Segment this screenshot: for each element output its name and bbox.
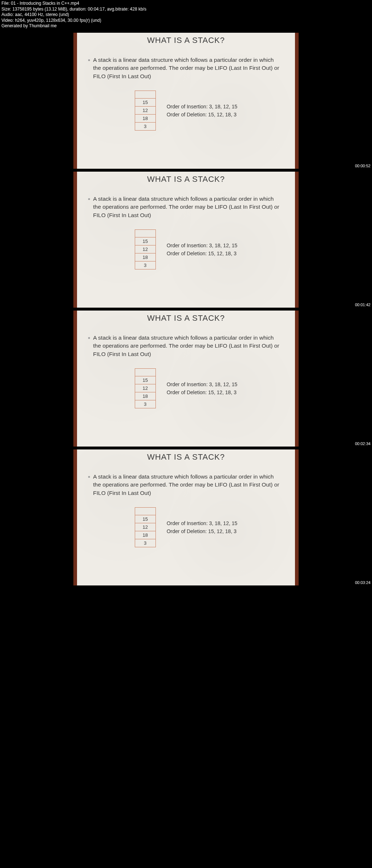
stack-diagram: .1512183Order of Insertion: 3, 18, 12, 1… [77, 91, 295, 131]
deletion-order: Order of Deletion: 15, 12, 18, 3 [167, 112, 238, 117]
stack-diagram: .1512183Order of Insertion: 3, 18, 12, 1… [77, 229, 295, 269]
bullet-text: A stack is a linear data structure which… [93, 195, 283, 219]
slide-title: WHAT IS A STACK? [77, 175, 295, 184]
insertion-order: Order of Insertion: 3, 18, 12, 15 [167, 104, 238, 109]
stack-cell: 18 [135, 392, 155, 400]
bullet-text: A stack is a linear data structure which… [93, 334, 283, 358]
order-labels: Order of Insertion: 3, 18, 12, 15Order o… [167, 101, 238, 120]
meta-size: Size: 13758195 bytes (13.12 MiB), durati… [1, 7, 371, 12]
slide: WHAT IS A STACK?•A stack is a linear dat… [73, 172, 299, 308]
insertion-order: Order of Insertion: 3, 18, 12, 15 [167, 243, 238, 248]
stack-cell: 3 [135, 539, 155, 547]
stack-cell: 3 [135, 123, 155, 131]
stack-cell: . [135, 368, 155, 376]
thumbnail-timestamp: 00:02:34 [355, 441, 371, 446]
stack-cell: . [135, 229, 155, 237]
stack-cell: . [135, 91, 155, 99]
stack-cell: 12 [135, 384, 155, 392]
stack-diagram: .1512183Order of Insertion: 3, 18, 12, 1… [77, 507, 295, 547]
bullet-dot-icon: • [88, 56, 90, 65]
stack-cell: 3 [135, 261, 155, 269]
slide: WHAT IS A STACK?•A stack is a linear dat… [73, 449, 299, 585]
stack-cell: 15 [135, 376, 155, 384]
bullet-row: •A stack is a linear data structure whic… [77, 184, 295, 219]
thumbnail-row: WHAT IS A STACK?•A stack is a linear dat… [0, 172, 372, 308]
stack-box: .1512183 [135, 507, 156, 547]
slide: WHAT IS A STACK?•A stack is a linear dat… [73, 33, 299, 169]
meta-file: File: 01 - Introducing Stacks in C++.mp4 [1, 1, 371, 7]
stack-box: .1512183 [135, 229, 156, 269]
bullet-row: •A stack is a linear data structure whic… [77, 45, 295, 80]
thumbnail-timestamp: 00:03:24 [355, 580, 371, 585]
bullet-dot-icon: • [88, 473, 90, 482]
meta-generated: Generated by Thumbnail me [1, 23, 371, 29]
stack-box: .1512183 [135, 368, 156, 408]
stack-cell: 18 [135, 115, 155, 123]
thumbnail-timestamp: 00:00:52 [355, 164, 371, 168]
stack-cell: 18 [135, 531, 155, 539]
bullet-dot-icon: • [88, 334, 90, 343]
order-labels: Order of Insertion: 3, 18, 12, 15Order o… [167, 240, 238, 259]
order-labels: Order of Insertion: 3, 18, 12, 15Order o… [167, 518, 238, 536]
thumbnail-timestamp: 00:01:42 [355, 303, 371, 307]
bullet-text: A stack is a linear data structure which… [93, 473, 283, 497]
stack-cell: 3 [135, 400, 155, 408]
bullet-row: •A stack is a linear data structure whic… [77, 323, 295, 358]
stack-cell: 12 [135, 523, 155, 531]
insertion-order: Order of Insertion: 3, 18, 12, 15 [167, 520, 238, 526]
stack-diagram: .1512183Order of Insertion: 3, 18, 12, 1… [77, 368, 295, 408]
bullet-row: •A stack is a linear data structure whic… [77, 462, 295, 497]
stack-cell: 15 [135, 515, 155, 523]
bullet-text: A stack is a linear data structure which… [93, 56, 283, 80]
meta-video: Video: h264, yuv420p, 1128x634, 30.00 fp… [1, 18, 371, 24]
stack-cell: 12 [135, 107, 155, 115]
stack-cell: . [135, 507, 155, 515]
order-labels: Order of Insertion: 3, 18, 12, 15Order o… [167, 379, 238, 397]
insertion-order: Order of Insertion: 3, 18, 12, 15 [167, 381, 238, 387]
deletion-order: Order of Deletion: 15, 12, 18, 3 [167, 251, 238, 256]
file-metadata: File: 01 - Introducing Stacks in C++.mp4… [0, 0, 372, 30]
thumbnail-row: WHAT IS A STACK?•A stack is a linear dat… [0, 33, 372, 169]
slide-title: WHAT IS A STACK? [77, 313, 295, 323]
bullet-dot-icon: • [88, 195, 90, 204]
stack-cell: 15 [135, 99, 155, 107]
stack-cell: 12 [135, 245, 155, 253]
thumbnail-row: WHAT IS A STACK?•A stack is a linear dat… [0, 311, 372, 447]
deletion-order: Order of Deletion: 15, 12, 18, 3 [167, 528, 238, 534]
stack-box: .1512183 [135, 91, 156, 131]
stack-cell: 18 [135, 253, 155, 261]
slide-title: WHAT IS A STACK? [77, 452, 295, 462]
stack-cell: 15 [135, 237, 155, 245]
slide-title: WHAT IS A STACK? [77, 36, 295, 45]
slide: WHAT IS A STACK?•A stack is a linear dat… [73, 311, 299, 447]
meta-audio: Audio: aac, 44100 Hz, stereo (und) [1, 12, 371, 18]
thumbnail-row: WHAT IS A STACK?•A stack is a linear dat… [0, 449, 372, 585]
deletion-order: Order of Deletion: 15, 12, 18, 3 [167, 389, 238, 395]
